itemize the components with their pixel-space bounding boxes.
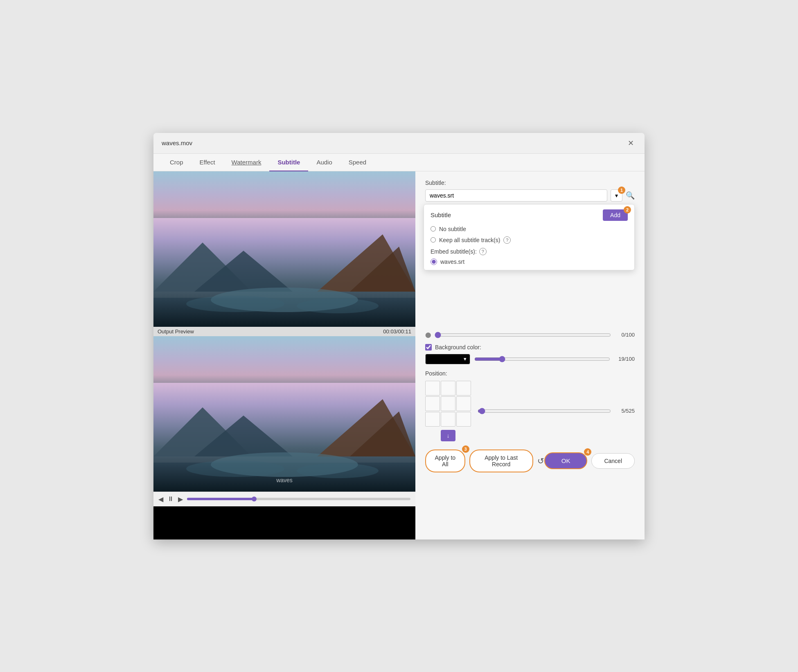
keep-all-help-icon[interactable]: ? <box>503 236 511 244</box>
ok-badge: 4 <box>584 448 591 456</box>
prev-button[interactable]: ◀ <box>158 495 163 503</box>
svg-marker-3 <box>317 234 415 292</box>
apply-badge: 3 <box>462 445 469 453</box>
position-down-arrow[interactable]: ↓ <box>441 430 455 441</box>
pos-cell-bc[interactable] <box>441 412 455 427</box>
content-area: Output Preview 00:03/00:11 <box>153 171 645 539</box>
pos-cell-br[interactable] <box>456 412 471 427</box>
subtitle-input[interactable] <box>425 189 607 202</box>
position-value: 5/525 <box>614 408 635 414</box>
position-section: ↓ 5/525 <box>425 381 635 441</box>
tab-watermark[interactable]: Watermark <box>223 154 270 171</box>
pos-cell-ml[interactable] <box>425 396 440 411</box>
subtitle-section-label: Subtitle: <box>425 180 635 186</box>
svg-point-6 <box>211 288 358 312</box>
svg-point-16 <box>186 461 284 477</box>
search-button[interactable]: 🔍 <box>626 191 635 200</box>
video-preview-top <box>153 171 415 327</box>
title-bar: waves.mov ✕ <box>153 133 645 154</box>
main-dialog: waves.mov ✕ Crop Effect Watermark Subtit… <box>153 133 645 539</box>
position-grid-container: ↓ <box>425 381 471 441</box>
tab-subtitle[interactable]: Subtitle <box>269 154 308 171</box>
bg-color-controls: ▾ 19/100 <box>425 354 635 364</box>
position-slider[interactable] <box>478 408 611 414</box>
bg-opacity-value: 19/100 <box>614 356 635 362</box>
subtitle-dropdown-popup: Subtitle Add 2 No subtitle Keep all subt… <box>424 204 635 270</box>
opacity-slider[interactable] <box>435 332 611 338</box>
pos-cell-tl[interactable] <box>425 381 440 396</box>
progress-bar[interactable] <box>187 498 410 500</box>
subtitle-dropdown-button[interactable]: ▾ 1 <box>611 189 622 202</box>
pos-cell-mc[interactable] <box>441 396 455 411</box>
tab-effect[interactable]: Effect <box>192 154 223 171</box>
playback-bar: ◀ ⏸ ▶ <box>153 492 415 506</box>
bg-dropdown-arrow: ▾ <box>464 356 467 362</box>
position-section-label: Position: <box>425 370 635 377</box>
dialog-title: waves.mov <box>162 139 192 146</box>
ok-button[interactable]: OK <box>544 452 588 469</box>
watermark-text: waves <box>276 477 293 483</box>
output-preview-label: Output Preview <box>158 328 194 335</box>
no-subtitle-radio[interactable] <box>431 226 436 231</box>
bg-opacity-slider[interactable] <box>474 356 610 362</box>
svg-marker-2 <box>194 251 293 292</box>
pos-cell-bl[interactable] <box>425 412 440 427</box>
svg-rect-0 <box>153 218 415 327</box>
tab-crop[interactable]: Crop <box>162 154 192 171</box>
right-panel: Subtitle: ▾ 1 🔍 Subtitle Add 2 <box>415 171 645 539</box>
bg-color-swatch <box>429 356 461 362</box>
embed-subtitle-label: Embed subtitle(s): ? <box>431 248 628 255</box>
keep-all-radio[interactable] <box>431 237 436 243</box>
close-button[interactable]: ✕ <box>625 138 636 148</box>
waves-srt-label: waves.srt <box>440 258 464 265</box>
apply-to-all-button[interactable]: Apply to All <box>425 449 465 472</box>
waves-srt-radio[interactable] <box>431 258 437 265</box>
opacity-circle-icon: ⬤ <box>425 332 431 338</box>
pos-cell-mr[interactable] <box>456 396 471 411</box>
svg-point-15 <box>211 452 358 477</box>
svg-marker-11 <box>194 416 293 456</box>
no-subtitle-option[interactable]: No subtitle <box>431 226 628 232</box>
waves-srt-option[interactable]: waves.srt <box>431 258 628 265</box>
keep-all-label: Keep all subtitle track(s) <box>439 237 500 243</box>
embed-label-text: Embed subtitle(s): <box>431 248 477 255</box>
reset-button[interactable]: ↺ <box>537 456 544 466</box>
bg-color-label: Background color: <box>435 344 481 351</box>
next-button[interactable]: ▶ <box>178 495 183 503</box>
embed-help-icon[interactable]: ? <box>479 248 487 255</box>
position-grid <box>425 381 471 427</box>
opacity-value: 0/100 <box>614 332 635 338</box>
bottom-buttons: Apply to All 3 Apply to Last Record ↺ OK… <box>425 449 635 472</box>
pause-button[interactable]: ⏸ <box>167 495 174 503</box>
left-panel: Output Preview 00:03/00:11 <box>153 171 415 539</box>
tab-speed[interactable]: Speed <box>340 154 374 171</box>
pos-cell-tr[interactable] <box>456 381 471 396</box>
ok-cancel-group: OK 4 Cancel <box>544 452 635 469</box>
svg-marker-12 <box>317 399 415 456</box>
svg-rect-5 <box>153 298 415 327</box>
svg-marker-10 <box>153 407 252 456</box>
progress-fill <box>187 498 254 500</box>
svg-point-17 <box>297 463 379 478</box>
dropdown-header: Subtitle Add 2 <box>431 209 628 221</box>
video-preview-bottom: waves <box>153 336 415 492</box>
svg-rect-9 <box>153 383 415 492</box>
bg-color-checkbox-row: Background color: <box>425 344 635 351</box>
svg-marker-1 <box>153 243 252 292</box>
progress-thumb <box>252 497 257 501</box>
no-subtitle-label: No subtitle <box>439 226 466 232</box>
keep-all-option[interactable]: Keep all subtitle track(s) ? <box>431 236 628 244</box>
pos-cell-tc[interactable] <box>441 381 455 396</box>
tab-bar: Crop Effect Watermark Subtitle Audio Spe… <box>153 154 645 171</box>
opacity-slider-row: ⬤ 0/100 <box>425 332 635 338</box>
bg-color-dropdown[interactable]: ▾ <box>425 354 470 364</box>
apply-to-last-record-button[interactable]: Apply to Last Record <box>469 449 533 472</box>
apply-group: Apply to All 3 Apply to Last Record ↺ <box>425 449 544 472</box>
position-slider-row: 5/525 <box>478 408 635 414</box>
dropdown-title: Subtitle <box>431 211 451 218</box>
svg-point-7 <box>186 296 284 312</box>
cancel-button[interactable]: Cancel <box>591 453 635 469</box>
bg-color-checkbox[interactable] <box>425 344 432 351</box>
svg-point-8 <box>297 299 379 313</box>
tab-audio[interactable]: Audio <box>308 154 340 171</box>
